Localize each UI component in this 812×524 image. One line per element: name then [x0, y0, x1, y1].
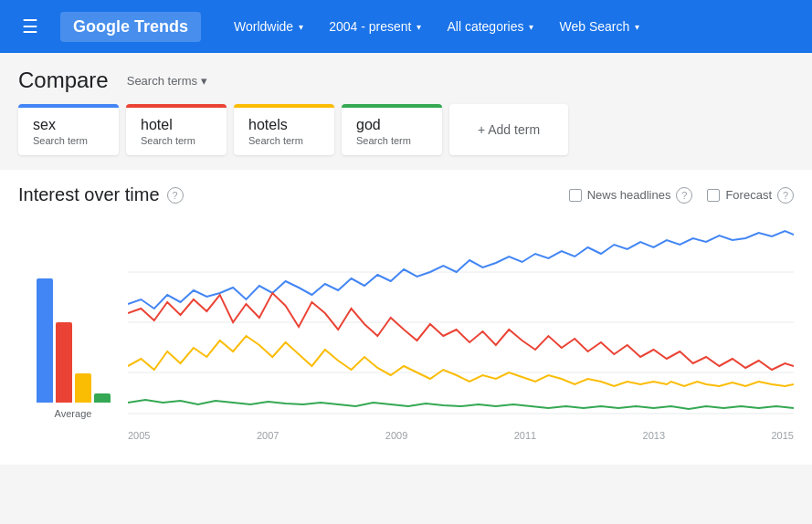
- nav-date-range[interactable]: 2004 - present ▾: [318, 12, 432, 41]
- bar-chart: [37, 238, 111, 403]
- x-axis-label: 2005: [128, 430, 150, 441]
- search-terms-label: Search terms: [127, 74, 197, 88]
- forecast-help-icon[interactable]: ?: [777, 187, 794, 204]
- term-name-sex: sex: [33, 117, 104, 133]
- menu-icon[interactable]: ☰: [15, 8, 46, 45]
- interest-section: Interest over time ? News headlines ? Fo…: [0, 170, 812, 465]
- chevron-down-icon: ▾: [635, 22, 639, 32]
- chart-container: Average 200520072009201120132015: [18, 213, 794, 450]
- compare-section: Compare Search terms ▾ sex Search term h…: [0, 53, 812, 155]
- line-chart-svg: [128, 222, 794, 423]
- chart-x-labels: 200520072009201120132015: [128, 426, 794, 441]
- term-label-hotels: Search term: [248, 135, 320, 146]
- header-nav: Worldwide ▾ 2004 - present ▾ All categor…: [223, 12, 650, 41]
- nav-worldwide-label: Worldwide: [234, 19, 293, 34]
- interest-help-icon[interactable]: ?: [167, 187, 184, 204]
- logo[interactable]: Google Trends: [60, 12, 201, 42]
- forecast-group: Forecast ?: [707, 187, 794, 204]
- blue-line: [128, 231, 794, 309]
- interest-title-group: Interest over time ?: [18, 184, 184, 205]
- green-line: [128, 400, 794, 409]
- x-axis-label: 2013: [643, 430, 665, 441]
- interest-options: News headlines ? Forecast ?: [569, 187, 794, 204]
- term-name-hotel: hotel: [141, 117, 212, 133]
- chart-main: 200520072009201120132015: [128, 222, 794, 441]
- term-card-hotels[interactable]: hotels Search term: [234, 104, 334, 155]
- chart-left: Average: [18, 222, 128, 441]
- term-card-god[interactable]: god Search term: [342, 104, 442, 155]
- term-label-god: Search term: [356, 135, 427, 146]
- term-label-hotel: Search term: [141, 135, 212, 146]
- search-terms-dropdown[interactable]: Search terms ▾: [120, 70, 215, 91]
- chevron-down-icon: ▾: [529, 22, 533, 32]
- header: ☰ Google Trends Worldwide ▾ 2004 - prese…: [0, 0, 812, 53]
- term-label-sex: Search term: [33, 135, 104, 146]
- chevron-down-icon: ▾: [201, 74, 207, 88]
- terms-row: sex Search term hotel Search term hotels…: [18, 104, 794, 155]
- forecast-label: Forecast: [725, 188, 772, 202]
- term-card-hotel[interactable]: hotel Search term: [126, 104, 227, 155]
- term-name-hotels: hotels: [248, 117, 320, 133]
- nav-search-type[interactable]: Web Search ▾: [548, 12, 650, 41]
- avg-bar: [94, 393, 111, 403]
- x-axis-label: 2011: [514, 430, 536, 441]
- nav-date-label: 2004 - present: [329, 19, 411, 34]
- nav-worldwide[interactable]: Worldwide ▾: [223, 12, 314, 41]
- compare-title: Compare: [18, 68, 109, 93]
- add-term-button[interactable]: + Add term: [449, 104, 568, 155]
- avg-bar: [56, 322, 72, 403]
- yellow-line: [128, 336, 794, 386]
- term-card-sex[interactable]: sex Search term: [18, 104, 119, 155]
- nav-categories-label: All categories: [447, 19, 523, 34]
- news-headlines-group: News headlines ?: [569, 187, 693, 204]
- interest-header: Interest over time ? News headlines ? Fo…: [18, 184, 794, 205]
- nav-search-type-label: Web Search: [559, 19, 629, 34]
- nav-categories[interactable]: All categories ▾: [436, 12, 544, 41]
- x-axis-label: 2015: [771, 430, 793, 441]
- chevron-down-icon: ▾: [299, 22, 303, 32]
- red-line: [128, 293, 794, 370]
- news-headlines-label: News headlines: [587, 188, 671, 202]
- news-headlines-checkbox[interactable]: [569, 189, 582, 202]
- term-name-god: god: [356, 117, 427, 133]
- avg-label: Average: [55, 408, 92, 419]
- x-axis-label: 2009: [385, 430, 407, 441]
- chevron-down-icon: ▾: [417, 22, 421, 32]
- news-help-icon[interactable]: ?: [676, 187, 692, 204]
- interest-title: Interest over time: [18, 184, 160, 205]
- avg-bar: [75, 373, 91, 403]
- forecast-checkbox[interactable]: [707, 189, 720, 202]
- x-axis-label: 2007: [257, 430, 279, 441]
- compare-header: Compare Search terms ▾: [18, 68, 794, 93]
- avg-bar: [37, 278, 53, 403]
